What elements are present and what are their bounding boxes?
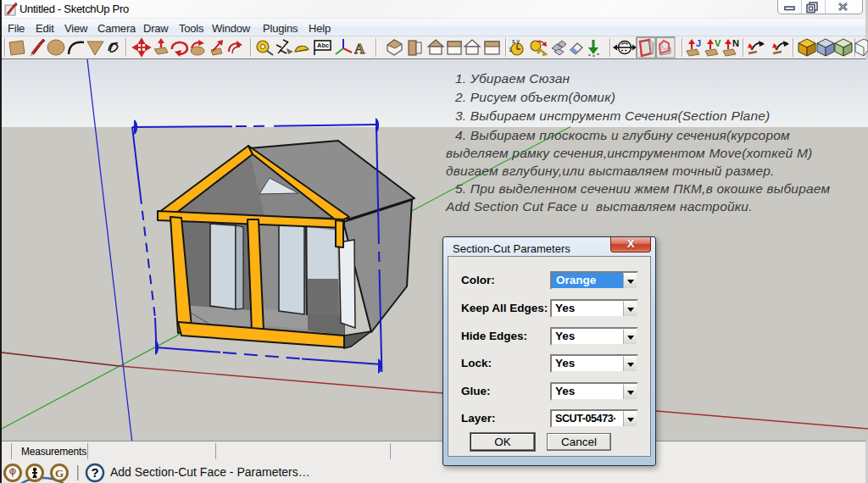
svg-text:?: ?: [91, 465, 98, 480]
svg-text:G: G: [55, 467, 64, 480]
